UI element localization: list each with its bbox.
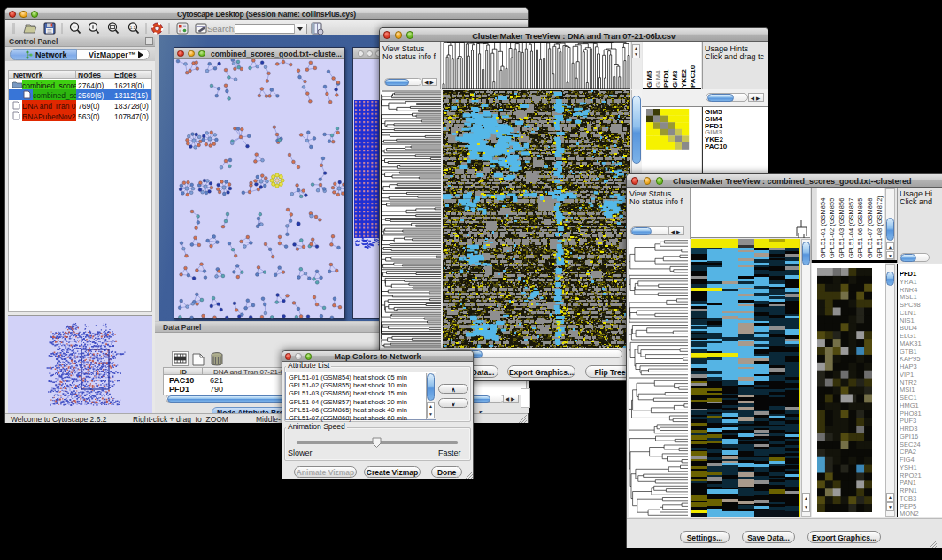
svg-text:1:1: 1:1	[130, 26, 136, 30]
